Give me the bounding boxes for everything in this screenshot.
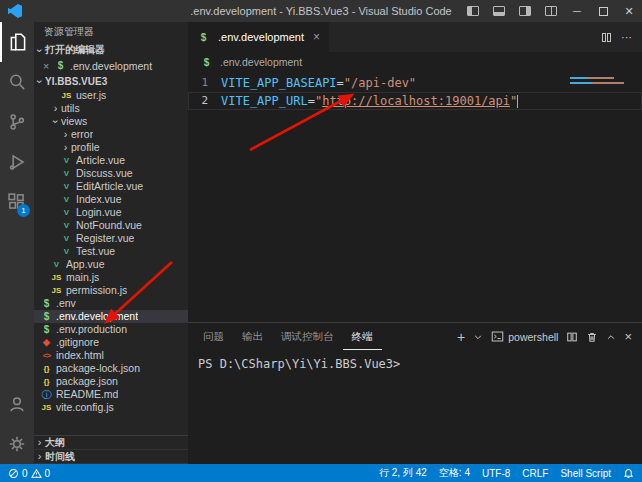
panel-tab-调试控制台[interactable]: 调试控制台 [272, 323, 343, 350]
file-name: Article.vue [76, 154, 125, 167]
close-icon[interactable]: × [40, 60, 52, 72]
encoding-status[interactable]: UTF-8 [482, 468, 510, 479]
tree-item-README.md[interactable]: ⓘREADME.md [34, 388, 188, 401]
tree-item-.env.development[interactable]: $.env.development [34, 310, 188, 323]
breadcrumb-file: .env.development [220, 56, 302, 68]
project-section-header[interactable]: › YI.BBS.VUE3 [34, 73, 188, 89]
tree-item-package-lock.json[interactable]: {}package-lock.json [34, 362, 188, 375]
toggle-sidebar-button[interactable] [460, 0, 486, 22]
tree-item-vite.config.js[interactable]: JSvite.config.js [34, 401, 188, 414]
tree-item-.env[interactable]: $.env [34, 297, 188, 310]
open-editor-item[interactable]: × $ .env.development [34, 58, 188, 73]
file-name: .gitignore [56, 336, 99, 349]
activity-account-button[interactable] [0, 384, 34, 424]
tab-env-development[interactable]: $ .env.development × [188, 22, 329, 52]
sidebar-section-大纲[interactable]: ›大纲 [34, 436, 188, 450]
tree-item-permission.js[interactable]: JSpermission.js [34, 284, 188, 297]
activity-extensions-button[interactable]: 1 [0, 182, 34, 222]
terminal-icon [491, 330, 504, 343]
tree-item-Test.vue[interactable]: VTest.vue [34, 245, 188, 258]
tree-item-.gitignore[interactable]: ◆.gitignore [34, 336, 188, 349]
tree-item-utils[interactable]: ›utils [34, 102, 188, 115]
terminal-output[interactable]: PS D:\CSharp\Yi\Yi.BBS.Vue3> [188, 350, 642, 464]
assignment-operator: = [308, 93, 315, 109]
activity-explorer-button[interactable] [0, 22, 34, 62]
minimap[interactable] [570, 77, 628, 87]
activity-source-control-button[interactable] [0, 102, 34, 142]
line-number: 1 [189, 75, 221, 91]
split-terminal-button[interactable] [566, 331, 578, 343]
eol-status[interactable]: CRLF [522, 468, 548, 479]
env-var-url-link[interactable]: http://localhost:19001/api [322, 93, 510, 109]
toggle-panel-button[interactable] [486, 0, 512, 22]
panel-actions: + powershell [457, 323, 632, 350]
tree-item-index.html[interactable]: <>index.html [34, 349, 188, 362]
new-terminal-button[interactable]: + [457, 329, 465, 345]
activity-run-debug-button[interactable] [0, 142, 34, 182]
code-editor[interactable]: 1 VITE_APP_BASEAPI="/api-dev" 2 VITE_APP… [188, 72, 642, 322]
problems-status[interactable]: 0 0 [8, 468, 50, 479]
sidebar-section-时间线[interactable]: ›时间线 [34, 450, 188, 464]
panel-tab-问题[interactable]: 问题 [194, 323, 233, 350]
env-file-icon: $ [200, 57, 213, 68]
js-file-icon: JS [40, 401, 53, 414]
chevron-down-icon: › [50, 116, 61, 127]
minimize-button[interactable]: ─ [564, 0, 590, 22]
account-icon [6, 393, 28, 415]
indentation-status[interactable]: 空格: 4 [439, 466, 470, 480]
chevron-down-icon [473, 332, 483, 342]
editor-more-actions-button[interactable]: ··· [621, 31, 632, 43]
tree-item-Login.vue[interactable]: VLogin.vue [34, 206, 188, 219]
tree-item-user.js[interactable]: JSuser.js [34, 89, 188, 102]
search-icon [6, 71, 28, 93]
close-panel-button[interactable]: × [624, 329, 632, 344]
sidebar-bottom-sections: ›大纲›时间线 [34, 435, 188, 464]
tree-item-EditArticle.vue[interactable]: VEditArticle.vue [34, 180, 188, 193]
terminal-dropdown-button[interactable] [473, 332, 483, 342]
notifications-bell-icon[interactable] [623, 468, 634, 479]
gear-icon [6, 433, 28, 455]
tree-item-views[interactable]: ›views [34, 115, 188, 128]
tree-item-error[interactable]: ›error [34, 128, 188, 141]
tree-item-Register.vue[interactable]: VRegister.vue [34, 232, 188, 245]
kill-terminal-button[interactable] [586, 331, 598, 343]
tree-item-package.json[interactable]: {}package.json [34, 375, 188, 388]
code-line-2[interactable]: 2 VITE_APP_URL="http://localhost:19001/a… [188, 92, 642, 110]
shell-selector[interactable]: powershell [491, 330, 558, 343]
maximize-button[interactable] [590, 0, 616, 22]
close-tab-icon[interactable]: × [313, 30, 320, 44]
tree-item-NotFound.vue[interactable]: VNotFound.vue [34, 219, 188, 232]
activity-settings-button[interactable] [0, 424, 34, 464]
split-icon [566, 331, 578, 343]
panel-tab-输出[interactable]: 输出 [233, 323, 272, 350]
breadcrumb[interactable]: $ .env.development [188, 52, 642, 72]
tree-item-Index.vue[interactable]: VIndex.vue [34, 193, 188, 206]
language-mode-status[interactable]: Shell Script [560, 468, 611, 479]
tree-item-Article.vue[interactable]: VArticle.vue [34, 154, 188, 167]
panel-tab-终端[interactable]: 终端 [343, 323, 382, 350]
section-label: 时间线 [45, 450, 75, 464]
toggle-secondary-sidebar-button[interactable] [512, 0, 538, 22]
tree-item-main.js[interactable]: JSmain.js [34, 271, 188, 284]
tree-item-App.vue[interactable]: VApp.vue [34, 258, 188, 271]
split-editor-button[interactable] [602, 33, 611, 42]
maximize-panel-button[interactable] [606, 332, 616, 342]
tree-item-profile[interactable]: ›profile [34, 141, 188, 154]
file-tree: JSuser.js›utils›views›error›profileVArti… [34, 89, 188, 414]
html-file-icon: <> [40, 349, 53, 362]
file-name: permission.js [66, 284, 127, 297]
open-editor-file-name: .env.development [70, 60, 152, 72]
tree-item-Discuss.vue[interactable]: VDiscuss.vue [34, 167, 188, 180]
customize-layout-button[interactable] [538, 0, 564, 22]
tree-item-.env.production[interactable]: $.env.production [34, 323, 188, 336]
chevron-right-icon: › [60, 142, 71, 153]
js-file-icon: JS [50, 284, 63, 297]
cursor-position-status[interactable]: 行 2, 列 42 [379, 466, 427, 480]
open-editors-section-header[interactable]: › 打开的编辑器 [34, 42, 188, 58]
close-button[interactable]: ✕ [616, 0, 642, 22]
quote-close: " [510, 93, 517, 109]
vue-file-icon: V [50, 258, 63, 271]
js-file-icon: JS [50, 271, 63, 284]
vue-file-icon: V [60, 180, 73, 193]
activity-search-button[interactable] [0, 62, 34, 102]
